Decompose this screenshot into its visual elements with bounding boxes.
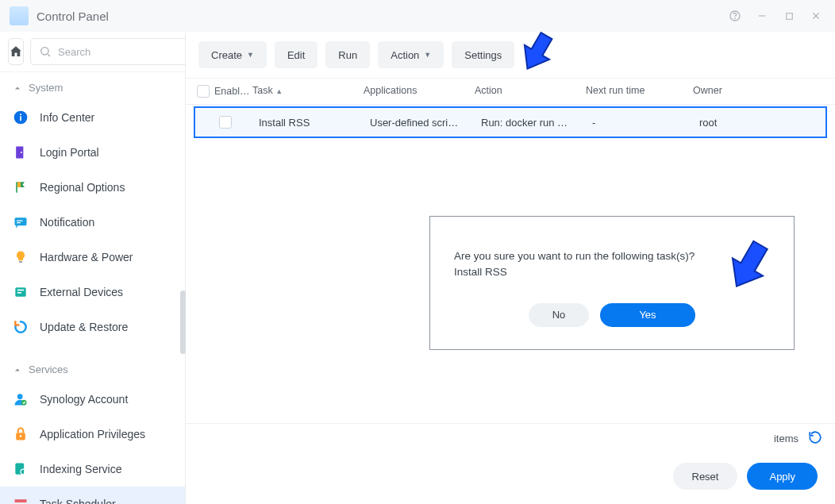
- sidebar-item-login-portal[interactable]: Login Portal: [0, 135, 185, 170]
- sidebar-item-update-restore[interactable]: Update & Restore: [0, 310, 185, 344]
- door-icon: [13, 144, 29, 160]
- svg-rect-19: [17, 290, 24, 291]
- search-doc-icon: [13, 461, 29, 477]
- create-button[interactable]: Create▼: [198, 41, 267, 68]
- sidebar-item-indexing-service[interactable]: Indexing Service: [0, 452, 185, 487]
- sidebar-item-label: Regional Options: [40, 181, 125, 194]
- search-input-wrapper[interactable]: [30, 38, 200, 65]
- svg-point-6: [41, 48, 48, 55]
- svg-rect-15: [17, 221, 23, 221]
- row-checkbox[interactable]: [219, 116, 232, 129]
- scrollbar[interactable]: [180, 290, 186, 354]
- search-icon: [39, 45, 52, 58]
- col-action[interactable]: Action: [475, 85, 586, 98]
- sort-asc-icon: ▲: [275, 87, 283, 95]
- home-button[interactable]: [8, 38, 24, 65]
- dialog-line1: Are you sure you want to run the followi…: [454, 248, 770, 264]
- col-applications[interactable]: Applications: [364, 85, 475, 98]
- sidebar-item-label: Application Privileges: [40, 428, 145, 441]
- svg-point-21: [17, 394, 23, 399]
- svg-line-27: [25, 474, 28, 476]
- chevron-up-icon: [13, 365, 22, 375]
- reset-button[interactable]: Reset: [673, 463, 738, 490]
- svg-rect-9: [20, 116, 21, 121]
- checkbox[interactable]: [197, 85, 210, 98]
- minimize-icon[interactable]: [752, 6, 772, 25]
- section-system[interactable]: System: [0, 72, 185, 100]
- col-enabled[interactable]: Enabl…: [189, 85, 252, 98]
- confirm-dialog: Are you sure you want to run the followi…: [429, 216, 795, 350]
- app-icon: [10, 6, 29, 25]
- sidebar-item-regional-options[interactable]: Regional Options: [0, 170, 185, 205]
- close-icon[interactable]: [806, 6, 825, 25]
- sidebar-item-label: Update & Restore: [40, 321, 128, 333]
- dialog-line2: Install RSS: [454, 264, 770, 280]
- chevron-down-icon: ▼: [424, 51, 431, 59]
- svg-rect-20: [17, 292, 21, 294]
- cell-task: Install RSS: [259, 117, 370, 129]
- sidebar-item-label: External Devices: [40, 286, 123, 298]
- maximize-icon[interactable]: [779, 6, 798, 25]
- search-input[interactable]: [58, 46, 191, 58]
- sidebar-item-label: Synology Account: [40, 393, 128, 406]
- svg-rect-3: [786, 13, 792, 19]
- items-label: items: [774, 433, 798, 444]
- cell-applications: User-defined scri…: [370, 117, 481, 129]
- window-title: Control Panel: [37, 10, 718, 23]
- bulb-icon: [13, 249, 29, 265]
- sidebar-item-hardware-power[interactable]: Hardware & Power: [0, 240, 185, 275]
- section-services[interactable]: Services: [0, 354, 185, 382]
- svg-rect-29: [15, 499, 27, 502]
- col-owner[interactable]: Owner: [693, 85, 788, 98]
- svg-rect-17: [19, 261, 22, 263]
- sidebar-item-label: Info Center: [40, 111, 94, 124]
- svg-rect-13: [16, 182, 17, 192]
- restore-icon: [13, 319, 29, 335]
- svg-rect-16: [17, 222, 21, 223]
- device-icon: [13, 284, 29, 300]
- cell-action: Run: docker run …: [481, 117, 592, 129]
- sidebar-item-application-privileges[interactable]: Application Privileges: [0, 417, 185, 452]
- chat-icon: [13, 214, 29, 230]
- edit-button[interactable]: Edit: [275, 41, 317, 68]
- sidebar-item-synology-account[interactable]: Synology Account: [0, 382, 185, 417]
- help-icon[interactable]: [725, 6, 745, 25]
- table-header: Enabl… Task ▲ Applications Action Next r…: [186, 78, 835, 105]
- cell-owner: root: [699, 117, 795, 129]
- table-row-selected[interactable]: Install RSS User-defined scri… Run: dock…: [194, 106, 827, 138]
- sidebar-item-label: Task Scheduler: [40, 498, 116, 504]
- svg-point-10: [20, 113, 21, 115]
- sidebar-item-info-center[interactable]: Info Center: [0, 100, 185, 135]
- dialog-no-button[interactable]: No: [529, 303, 589, 327]
- sidebar-item-label: Hardware & Power: [40, 251, 133, 264]
- sidebar-item-label: Notification: [40, 216, 94, 229]
- sidebar-item-label: Indexing Service: [40, 463, 122, 475]
- sidebar-item-task-scheduler[interactable]: Task Scheduler: [0, 487, 185, 504]
- svg-rect-11: [16, 147, 23, 159]
- svg-line-7: [48, 54, 50, 56]
- lock-icon: [13, 426, 29, 442]
- apply-button[interactable]: Apply: [747, 463, 818, 490]
- info-icon: [13, 110, 29, 125]
- cell-next: -: [592, 117, 699, 129]
- dialog-yes-button[interactable]: Yes: [600, 303, 695, 327]
- account-icon: [13, 391, 29, 407]
- run-button[interactable]: Run: [325, 41, 370, 68]
- svg-point-24: [20, 435, 22, 437]
- sidebar-item-notification[interactable]: Notification: [0, 205, 185, 240]
- flag-icon: [13, 179, 29, 195]
- col-task[interactable]: Task ▲: [252, 85, 364, 98]
- svg-point-12: [21, 152, 22, 153]
- settings-button[interactable]: Settings: [452, 41, 514, 68]
- action-button[interactable]: Action▼: [378, 41, 444, 68]
- sidebar-item-label: Login Portal: [40, 146, 99, 159]
- svg-point-1: [735, 18, 736, 19]
- chevron-up-icon: [13, 83, 22, 93]
- col-next-run[interactable]: Next run time: [586, 85, 693, 98]
- sidebar-item-external-devices[interactable]: External Devices: [0, 275, 185, 310]
- svg-rect-14: [15, 217, 27, 225]
- refresh-button[interactable]: [808, 430, 822, 447]
- calendar-icon: [13, 496, 29, 504]
- chevron-down-icon: ▼: [247, 51, 254, 59]
